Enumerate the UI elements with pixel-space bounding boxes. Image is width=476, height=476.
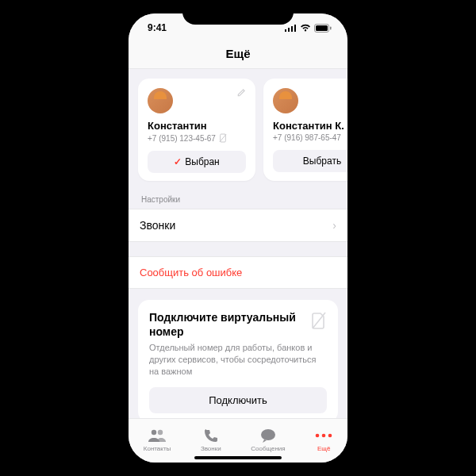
battery-icon [314, 24, 332, 33]
svg-point-15 [328, 433, 332, 437]
status-indicators [285, 24, 332, 33]
notch [182, 6, 294, 25]
svg-rect-6 [330, 26, 332, 29]
sim-off-icon [219, 133, 227, 143]
tab-label: Контакты [144, 445, 171, 452]
screen: 9:41 Ещё Константин [129, 13, 347, 463]
avatar [273, 88, 298, 113]
status-time: 9:41 [148, 22, 167, 33]
phone-icon [203, 427, 219, 444]
settings-row-calls[interactable]: Звонки › [129, 209, 347, 242]
signal-icon [285, 24, 297, 32]
account-card[interactable]: Константин К. +7 (916) 987-65-47 Выбрать [263, 79, 347, 181]
svg-rect-1 [288, 28, 290, 32]
promo-title: Подключите виртуальный номер [149, 311, 327, 339]
chevron-right-icon: › [332, 219, 336, 232]
svg-rect-3 [294, 25, 296, 32]
tab-messages[interactable]: Сообщения [251, 427, 285, 452]
svg-rect-5 [316, 25, 328, 31]
svg-point-13 [316, 433, 320, 437]
home-indicator[interactable] [194, 456, 282, 459]
account-card[interactable]: Константин +7 (915) 123-45-67 ✓ Выбран [138, 79, 255, 181]
promo-connect-button[interactable]: Подключить [149, 387, 327, 413]
header: Ещё [129, 42, 347, 69]
tab-label: Сообщения [251, 445, 285, 452]
tab-calls[interactable]: Звонки [201, 427, 221, 452]
promo-button-label: Подключить [209, 394, 267, 406]
svg-point-14 [322, 433, 326, 437]
row-label: Звонки [140, 219, 175, 232]
promo-card: Подключите виртуальный номер Отдельный н… [138, 300, 338, 418]
svg-rect-2 [291, 26, 293, 32]
section-label-settings: Настройки [129, 190, 347, 209]
check-icon: ✓ [174, 156, 182, 167]
tab-label: Ещё [317, 445, 330, 452]
content: Константин +7 (915) 123-45-67 ✓ Выбран [129, 69, 347, 418]
avatar [148, 88, 173, 113]
account-name: Константин К. [273, 120, 347, 132]
select-button[interactable]: Выбрать [273, 150, 347, 172]
sim-off-icon [311, 311, 327, 330]
account-cards-row[interactable]: Константин +7 (915) 123-45-67 ✓ Выбран [129, 69, 347, 190]
wifi-icon [300, 24, 311, 32]
svg-point-11 [158, 429, 163, 434]
more-icon [315, 427, 332, 444]
svg-point-10 [152, 429, 156, 434]
chat-icon [259, 427, 277, 444]
account-phone: +7 (915) 123-45-67 [148, 134, 216, 143]
report-error-row[interactable]: Сообщить об ошибке [129, 256, 347, 289]
contacts-icon [148, 427, 167, 444]
account-name: Константин [148, 120, 246, 132]
report-error-label: Сообщить об ошибке [140, 267, 242, 278]
svg-point-12 [261, 429, 275, 440]
header-title: Ещё [129, 47, 347, 60]
select-label: Выбран [185, 156, 219, 167]
select-label: Выбрать [303, 155, 341, 167]
edit-icon[interactable] [236, 88, 246, 98]
phone-frame: 9:41 Ещё Константин [121, 6, 355, 470]
tab-contacts[interactable]: Контакты [144, 427, 171, 452]
tab-more[interactable]: Ещё [315, 427, 332, 452]
tab-label: Звонки [201, 445, 221, 452]
promo-desc: Отдельный номер для работы, банков и дру… [149, 342, 327, 378]
select-button-selected[interactable]: ✓ Выбран [148, 151, 246, 173]
account-phone: +7 (916) 987-65-47 [273, 133, 341, 142]
svg-rect-0 [285, 29, 286, 32]
